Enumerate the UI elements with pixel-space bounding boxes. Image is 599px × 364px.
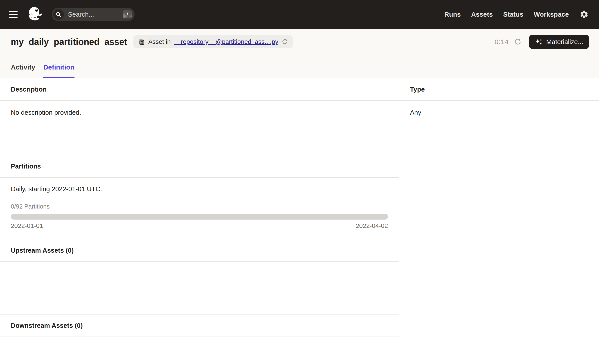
description-body: No description provided. <box>0 101 399 155</box>
hamburger-menu-button[interactable] <box>9 9 20 20</box>
repository-link[interactable]: __repository__@partitioned_ass....py <box>174 38 278 45</box>
settings-button[interactable] <box>580 10 589 19</box>
description-section-heading: Description <box>0 78 399 101</box>
title-row: my_daily_partitioned_asset Asset in __re… <box>0 29 599 49</box>
nav-link-workspace[interactable]: Workspace <box>534 11 569 18</box>
reload-icon[interactable] <box>282 38 288 45</box>
type-section-heading: Type <box>399 78 599 101</box>
gear-icon <box>580 10 589 19</box>
upstream-empty-area <box>0 262 399 314</box>
partition-progress-label: 0/92 Partitions <box>11 203 388 210</box>
downstream-empty-area <box>0 337 399 362</box>
partition-range-end: 2022-04-02 <box>356 222 388 229</box>
definition-left-column: Description No description provided. Par… <box>0 78 399 364</box>
search-input[interactable] <box>68 11 123 18</box>
asset-tabs: Activity Definition <box>0 63 599 78</box>
partitions-body: Daily, starting 2022-01-01 UTC. 0/92 Par… <box>0 178 399 239</box>
nav-link-assets[interactable]: Assets <box>471 11 493 18</box>
downstream-section-heading: Downstream Assets (0) <box>0 314 399 337</box>
navbar-links: Runs Assets Status Workspace <box>444 11 569 18</box>
nav-link-status[interactable]: Status <box>503 11 523 18</box>
nav-link-runs[interactable]: Runs <box>444 11 461 18</box>
hamburger-icon <box>9 11 18 12</box>
partition-range-start: 2022-01-01 <box>11 222 43 229</box>
partition-range: 2022-01-01 2022-04-02 <box>11 222 388 229</box>
asset-page-header: my_daily_partitioned_asset Asset in __re… <box>0 29 599 78</box>
materialize-button-label: Materialize... <box>546 38 583 46</box>
top-navbar: / Runs Assets Status Workspace <box>0 0 599 29</box>
asset-badge-prefix: Asset in <box>148 38 171 45</box>
definition-right-column: Type Any <box>399 78 599 364</box>
main-content: Description No description provided. Par… <box>0 78 599 364</box>
hamburger-icon <box>9 17 18 18</box>
tab-definition[interactable]: Definition <box>43 63 74 78</box>
hamburger-icon <box>9 14 18 15</box>
header-actions: 0:14 Materialize... <box>495 35 589 49</box>
partition-schedule-text: Daily, starting 2022-01-01 UTC. <box>11 185 388 193</box>
global-search[interactable]: / <box>52 8 135 21</box>
type-value: Any <box>399 101 599 124</box>
upstream-section-heading: Upstream Assets (0) <box>0 239 399 262</box>
dagster-logo <box>26 6 44 23</box>
page-title: my_daily_partitioned_asset <box>11 37 127 47</box>
partition-progress-bar <box>11 214 388 220</box>
partitions-section-heading: Partitions <box>0 155 399 178</box>
refresh-icon[interactable] <box>514 38 522 46</box>
auto-refresh-countdown: 0:14 <box>495 38 509 46</box>
tab-activity[interactable]: Activity <box>11 63 35 78</box>
materialize-button[interactable]: Materialize... <box>529 35 589 49</box>
asset-group-icon <box>138 38 145 45</box>
search-icon-circle <box>53 9 64 20</box>
sparkles-icon <box>535 38 543 46</box>
asset-repository-badge: Asset in __repository__@partitioned_ass.… <box>133 35 293 48</box>
slash-shortcut-key: / <box>123 10 132 18</box>
search-icon <box>56 11 62 17</box>
